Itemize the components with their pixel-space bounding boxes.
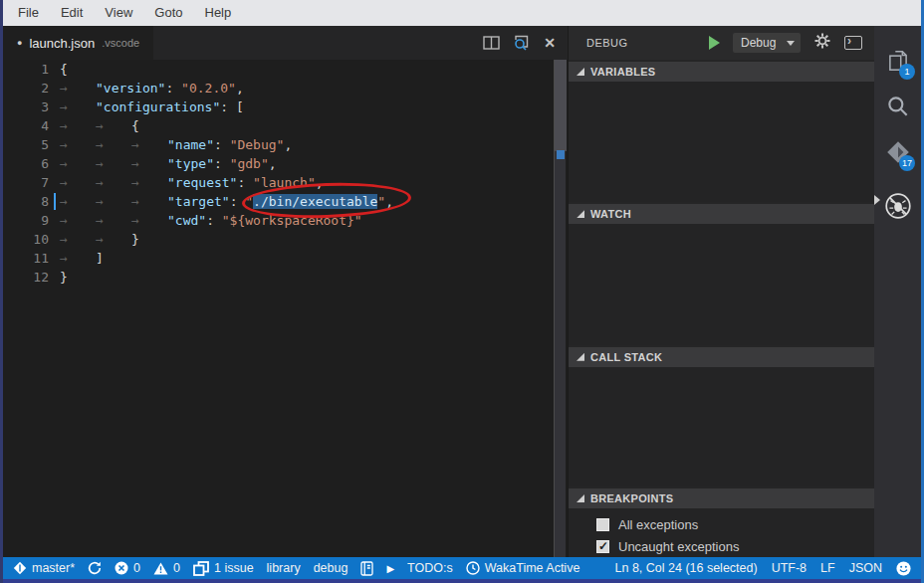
- tab-whitespace-icon: →: [131, 192, 167, 211]
- tab-whitespace-icon: →: [131, 135, 167, 154]
- code-token: }: [60, 270, 68, 285]
- split-editor-icon[interactable]: [483, 36, 500, 50]
- code-line[interactable]: 11→]: [3, 249, 568, 268]
- status-lf[interactable]: LF: [820, 561, 835, 575]
- call-stack-body[interactable]: [569, 367, 874, 486]
- status-debug[interactable]: debug: [314, 561, 348, 575]
- collapse-arrow-icon: [577, 68, 584, 76]
- explorer-files-icon[interactable]: 1: [874, 38, 921, 84]
- status-sync-icon[interactable]: [88, 561, 102, 575]
- section-variables[interactable]: VARIABLES: [569, 62, 874, 82]
- code-line[interactable]: 12}: [3, 268, 568, 287]
- debug-config-label: Debug: [741, 36, 787, 50]
- line-number: 3: [3, 97, 49, 116]
- status-1-issue[interactable]: 1 issue: [193, 561, 254, 576]
- code-text: →→→"name": "Debug",: [60, 135, 292, 154]
- line-number: 9: [3, 211, 49, 230]
- tab-whitespace-icon: →: [131, 154, 167, 173]
- breakpoint-all-exceptions[interactable]: All exceptions: [569, 513, 874, 535]
- code-line[interactable]: 2→"version": "0.2.0",: [3, 79, 568, 97]
- smiley-icon: [896, 561, 911, 576]
- line-number: 12: [3, 268, 49, 287]
- status-master[interactable]: master*: [13, 561, 75, 575]
- breakpoint-label: All exceptions: [618, 517, 698, 532]
- code-token: ,: [269, 156, 277, 171]
- code-line[interactable]: 3→"configurations": [: [3, 97, 568, 116]
- scrollbar-slider[interactable]: [555, 60, 567, 151]
- vscode-window: File Edit View Goto Help ● launch.json .…: [0, 0, 924, 583]
- debug-icon[interactable]: [874, 183, 921, 229]
- checkbox[interactable]: [596, 540, 609, 553]
- code-token: ,: [284, 137, 292, 152]
- code-text: →→→"target": "./bin/executable",: [60, 192, 393, 211]
- tab-whitespace-icon: →: [60, 173, 96, 192]
- code-text: →→{: [60, 116, 139, 135]
- source-control-icon[interactable]: 17: [874, 129, 921, 175]
- status-utf-8[interactable]: UTF-8: [772, 561, 807, 575]
- status-json[interactable]: JSON: [849, 561, 882, 575]
- section-watch[interactable]: WATCH: [569, 204, 874, 224]
- section-breakpoints[interactable]: BREAKPOINTS: [569, 488, 874, 508]
- code-token: "${workspaceRoot}": [222, 213, 362, 228]
- watch-body[interactable]: [569, 224, 874, 344]
- menu-help[interactable]: Help: [194, 0, 243, 26]
- status-play-small-icon[interactable]: ▶: [386, 561, 394, 575]
- source-control-badge: 17: [899, 155, 915, 171]
- editor-column: ● launch.json .vscode: [3, 26, 568, 557]
- code-text: →"version": "0.2.0",: [60, 79, 244, 97]
- explorer-badge: 1: [899, 64, 915, 80]
- chevron-down-icon: [787, 41, 795, 46]
- tab-launch-json[interactable]: ● launch.json .vscode: [3, 26, 153, 60]
- status-wakatime-active[interactable]: WakaTime Active: [466, 561, 580, 575]
- status-ln-8-col-24-16-selected[interactable]: Ln 8, Col 24 (16 selected): [615, 561, 758, 575]
- code-editor[interactable]: 1{2→"version": "0.2.0",3→"configurations…: [3, 60, 568, 557]
- breakpoints-body: All exceptions Uncaught exceptions: [569, 508, 874, 557]
- tab-whitespace-icon: →: [96, 192, 131, 211]
- close-icon[interactable]: ✕: [544, 36, 556, 50]
- status-bar: master*001 issuelibrarydebug▶TODO:sWakaT…: [3, 557, 921, 579]
- code-line[interactable]: 8→→→"target": "./bin/executable",: [3, 192, 568, 211]
- code-line[interactable]: 1{: [3, 60, 568, 79]
- line-number: 5: [3, 135, 49, 154]
- code-line[interactable]: 10→→}: [3, 230, 568, 249]
- collapse-arrow-icon: [577, 494, 584, 502]
- search-icon[interactable]: [874, 84, 921, 129]
- tab-whitespace-icon: →: [60, 192, 96, 211]
- section-call-stack[interactable]: CALL STACK: [569, 347, 874, 367]
- code-line[interactable]: 6→→→"type": "gdb",: [3, 154, 568, 173]
- editor-scrollbar[interactable]: [554, 60, 566, 557]
- status-0[interactable]: 0: [153, 561, 180, 575]
- status-library[interactable]: library: [267, 561, 301, 575]
- status-0[interactable]: 0: [115, 561, 140, 575]
- variables-body[interactable]: [569, 82, 874, 202]
- menu-view[interactable]: View: [94, 0, 143, 26]
- open-preview-icon[interactable]: [513, 35, 531, 51]
- code-line[interactable]: 4→→{: [3, 116, 568, 135]
- menu-file[interactable]: File: [7, 0, 50, 26]
- collapse-arrow-icon: [577, 353, 584, 361]
- start-debug-button[interactable]: [709, 36, 720, 50]
- status-label: JSON: [849, 561, 882, 575]
- tab-file-path: .vscode: [102, 37, 139, 49]
- code-line[interactable]: 9→→→"cwd": "${workspaceRoot}": [3, 211, 568, 230]
- status-todo-s[interactable]: TODO:s: [407, 561, 453, 575]
- menu-goto[interactable]: Goto: [143, 0, 193, 26]
- code-text: →]: [60, 249, 104, 268]
- status-smiley-icon[interactable]: [896, 561, 911, 576]
- debug-config-dropdown[interactable]: Debug: [733, 33, 801, 53]
- breakpoint-uncaught-exceptions[interactable]: Uncaught exceptions: [569, 535, 874, 557]
- status-notebook-icon[interactable]: [360, 561, 373, 576]
- gear-icon[interactable]: [814, 33, 830, 53]
- code-token: "target": [167, 194, 230, 209]
- code-line[interactable]: 7→→→"request": "launch",: [3, 173, 568, 192]
- code-area: 1{2→"version": "0.2.0",3→"configurations…: [3, 60, 568, 287]
- line-number: 10: [3, 230, 49, 249]
- clock-icon: [466, 561, 480, 575]
- debug-console-icon[interactable]: ›: [844, 36, 862, 50]
- active-view-pointer-icon: [874, 195, 880, 205]
- checkbox[interactable]: [596, 518, 609, 531]
- menu-edit[interactable]: Edit: [50, 0, 94, 26]
- code-token: "Debug": [230, 137, 285, 152]
- code-token: :: [230, 194, 246, 209]
- code-line[interactable]: 5→→→"name": "Debug",: [3, 135, 568, 154]
